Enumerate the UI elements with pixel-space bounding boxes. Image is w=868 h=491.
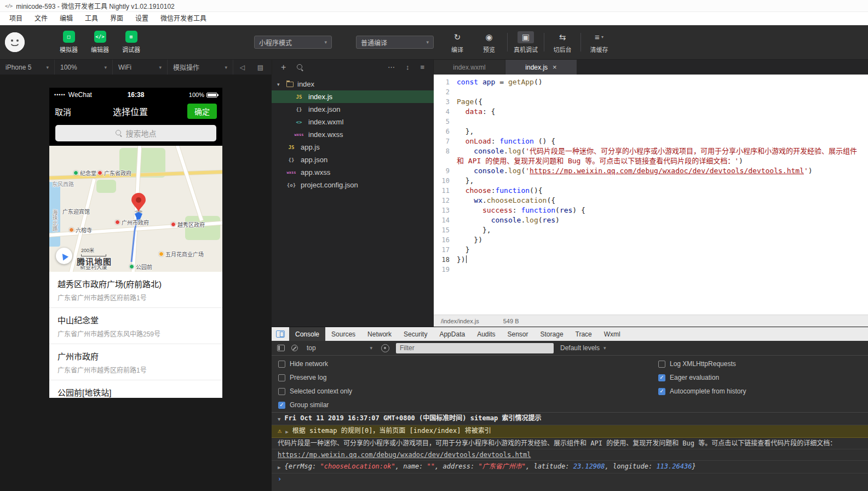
code-line: 3Page({ xyxy=(434,97,868,107)
tree-file-project.config.json[interactable]: {o}project.config.json xyxy=(272,179,434,191)
checkbox-checked[interactable]: ✓ xyxy=(658,374,665,381)
clear-cache-button[interactable]: ≡▾清缓存 xyxy=(583,31,615,54)
confirm-button[interactable]: 确定 xyxy=(187,104,217,119)
map-label-text: 越秀区政府 xyxy=(177,220,205,229)
devtools-tab-appdata[interactable]: AppData xyxy=(433,327,471,341)
devtools-tab-wxml[interactable]: Wxml xyxy=(598,327,626,341)
cancel-button[interactable]: 取消 xyxy=(55,106,71,117)
remote-debug-button[interactable]: ▣真机调试 xyxy=(510,31,542,54)
devtools-tab-security[interactable]: Security xyxy=(398,327,433,341)
expand-icon[interactable]: ▶ xyxy=(278,463,280,471)
file-type-icon-wxml: <> xyxy=(294,119,304,125)
menu-item-3[interactable]: 工具 xyxy=(79,12,104,25)
tree-file-app.js[interactable]: JSapp.js xyxy=(272,141,434,153)
devtools-tab-audits[interactable]: Audits xyxy=(471,327,501,341)
devtools-tab-network[interactable]: Network xyxy=(361,327,398,341)
editor-button[interactable]: </>编辑器 xyxy=(91,31,109,54)
clear-console-icon[interactable] xyxy=(291,345,298,351)
editor-tab-index.wxml[interactable]: index.wxml xyxy=(434,60,505,75)
context-select[interactable]: top ▾ xyxy=(304,343,375,353)
message-link[interactable]: https://mp.weixin.qq.com/debug/wxadoc/de… xyxy=(278,451,531,459)
console-setting[interactable]: Log XMLHttpRequests xyxy=(658,360,746,368)
tree-file-app.wxss[interactable]: wxssapp.wxss xyxy=(272,166,434,179)
menu-item-2[interactable]: 编辑 xyxy=(54,12,79,25)
devtools-tab-sources[interactable]: Sources xyxy=(325,327,361,341)
tree-file-index.wxml[interactable]: <>index.wxml xyxy=(272,116,434,128)
location-result[interactable]: 广州市政府广东省广州市越秀区府前路1号 xyxy=(49,344,222,380)
menu-item-5[interactable]: 设置 xyxy=(129,12,154,25)
compile-mode-select[interactable]: 普通编译 ▾ xyxy=(356,36,434,49)
menu-item-6[interactable]: 微信开发者工具 xyxy=(154,12,212,25)
map[interactable]: 东风西路纪念堂广东省政府广东迎宾馆六榕寺广州市政府越秀区政府五月花商业广场公园前… xyxy=(49,146,222,272)
live-expression-icon[interactable] xyxy=(381,344,389,352)
location-address: 广东省广州市越秀区府前路1号 xyxy=(58,365,214,374)
devtools-tab-storage[interactable]: Storage xyxy=(534,327,570,341)
menu-item-1[interactable]: 文件 xyxy=(28,12,54,25)
location-name: 广州市政府 xyxy=(58,350,214,362)
devtools-tab-sensor[interactable]: Sensor xyxy=(502,327,534,341)
close-icon[interactable]: × xyxy=(553,64,557,71)
remote-debug-icon: ▣ xyxy=(518,31,534,43)
devtools-tab-console[interactable]: Console xyxy=(289,327,325,341)
device-toolbar-icon[interactable] xyxy=(276,330,285,338)
background-icon: ⇆ xyxy=(559,31,566,43)
location-result[interactable]: 公园前[地铁站] xyxy=(49,380,222,398)
mode-select[interactable]: 小程序模式 ▾ xyxy=(254,36,332,49)
menu-item-0[interactable]: 项目 xyxy=(3,12,28,25)
tree-file-app.json[interactable]: {}app.json xyxy=(272,153,434,166)
console-setting[interactable]: Preserve log xyxy=(278,374,352,381)
console-setting[interactable]: ✓Eager evaluation xyxy=(658,374,746,381)
rotate-device-icon[interactable]: ▤ xyxy=(251,60,269,75)
simulator-button[interactable]: □模拟器 xyxy=(60,31,78,54)
log-levels-select[interactable]: Default levels ▾ xyxy=(560,344,606,352)
preview-button[interactable]: ◉预览 xyxy=(473,31,505,54)
tree-file-index.wxss[interactable]: wxssindex.wxss xyxy=(272,128,434,141)
network-select[interactable]: WiFi▾ xyxy=(113,60,168,75)
checkbox-unchecked[interactable] xyxy=(278,388,285,395)
devtools-tab-trace[interactable]: Trace xyxy=(570,327,598,341)
zoom-select[interactable]: 100%▾ xyxy=(55,60,113,75)
checkbox-unchecked[interactable] xyxy=(278,374,285,381)
location-search-input[interactable]: 搜索地点 xyxy=(55,125,216,141)
checkbox-unchecked[interactable] xyxy=(658,361,665,368)
checkbox-checked[interactable]: ✓ xyxy=(658,388,665,395)
expand-icon[interactable]: ▶ xyxy=(285,427,288,436)
console-setting[interactable]: Selected context only xyxy=(278,387,352,395)
console-prompt[interactable]: › xyxy=(278,475,281,483)
collapse-all-icon[interactable]: ↕ xyxy=(406,63,410,71)
mute-icon[interactable]: ◁ xyxy=(233,60,251,75)
user-avatar[interactable] xyxy=(5,32,25,52)
tree-file-index.js[interactable]: JSindex.js xyxy=(272,90,434,103)
code-editor[interactable]: 1const app = getApp()2 3Page({4 data: {5… xyxy=(434,75,868,315)
location-result[interactable]: 中山纪念堂广东省广州市越秀区东风中路259号 xyxy=(49,308,222,344)
open-editors-icon[interactable]: ≡ xyxy=(420,63,424,71)
menu-item-4[interactable]: 界面 xyxy=(104,12,129,25)
checkbox-checked[interactable]: ✓ xyxy=(278,402,285,409)
console-setting[interactable]: ✓Autocomplete from history xyxy=(658,387,746,395)
locate-button[interactable] xyxy=(56,248,72,264)
sidebar-toggle-icon[interactable] xyxy=(277,345,285,351)
debugger-button[interactable]: ⊞调试器 xyxy=(122,31,140,54)
background-button[interactable]: ⇆切后台 xyxy=(547,31,578,54)
editor-tab-bar: index.wxmlindex.js× xyxy=(434,60,868,75)
file-type-icon-json: {} xyxy=(286,157,297,163)
collapse-icon[interactable]: ▼ xyxy=(278,414,280,423)
simulate-operation-select[interactable]: 模拟操作▾ xyxy=(168,60,233,75)
console-setting[interactable]: Hide network xyxy=(278,360,352,368)
add-file-icon[interactable]: + xyxy=(281,62,286,72)
device-select[interactable]: iPhone 5▾ xyxy=(0,60,55,75)
code-text: data: { xyxy=(457,107,868,117)
console-setting[interactable]: ✓Group similar xyxy=(278,401,352,409)
editor-tab-index.js[interactable]: index.js× xyxy=(505,60,577,75)
filter-input[interactable] xyxy=(396,343,554,353)
tree-folder-index[interactable]: ▾index xyxy=(272,78,434,90)
location-result[interactable]: 越秀区市政府广场(府前路北)广东省广州市越秀区府前路1号 xyxy=(49,272,222,308)
more-icon[interactable]: ⋯ xyxy=(388,63,395,71)
search-icon[interactable] xyxy=(297,64,303,71)
compile-button[interactable]: ↻编译 xyxy=(441,31,473,54)
tree-file-index.json[interactable]: {}index.json xyxy=(272,103,434,116)
checkbox-unchecked[interactable] xyxy=(278,361,285,368)
line-number: 13 xyxy=(434,205,457,215)
search-icon xyxy=(116,130,122,136)
line-number: 12 xyxy=(434,196,457,205)
